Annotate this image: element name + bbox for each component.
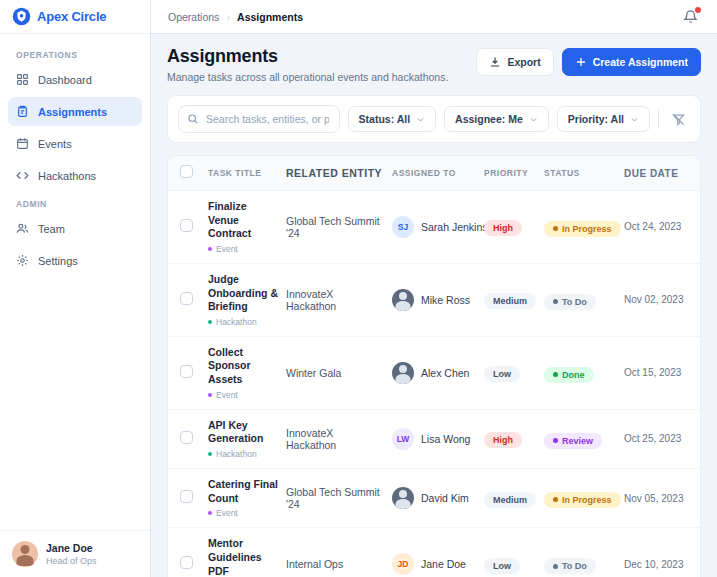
sidebar-item-dashboard[interactable]: Dashboard	[8, 65, 142, 94]
status-dot-icon	[553, 497, 558, 502]
gear-icon	[16, 254, 29, 267]
row-checkbox[interactable]	[180, 219, 193, 232]
nav-section-label: OPERATIONS	[8, 44, 142, 65]
due-date: Oct 24, 2023	[624, 221, 688, 232]
breadcrumb-separator-icon: ›	[226, 11, 230, 23]
sidebar-item-assignments[interactable]: Assignments	[8, 97, 142, 126]
table-row: Finalize Venue Contract Event Global Tec…	[168, 191, 700, 264]
status-badge: To Do	[544, 558, 596, 574]
assignee-cell: LW Lisa Wong	[392, 428, 484, 450]
calendar-icon	[16, 137, 29, 150]
breadcrumb-page: Assignments	[237, 11, 303, 23]
table-row: Judge Onboarding & Briefing Hackathon In…	[168, 264, 700, 337]
search-input[interactable]	[178, 105, 340, 133]
sidebar-item-team[interactable]: Team	[8, 214, 142, 243]
priority-badge: High	[484, 220, 522, 236]
status-label: To Do	[562, 297, 587, 307]
tag-label: Event	[216, 244, 238, 254]
content: Assignments Manage tasks across all oper…	[151, 34, 717, 577]
tag-label: Hackathon	[216, 317, 257, 327]
user-name: Jane Doe	[46, 542, 97, 554]
page-header: Assignments Manage tasks across all oper…	[167, 46, 701, 83]
related-entity: InnovateX Hackathon	[286, 427, 392, 451]
select-all-checkbox[interactable]	[180, 165, 193, 178]
user-role: Head of Ops	[46, 556, 97, 566]
column-header-status: Status	[544, 168, 624, 178]
assignee-cell: Mike Ross	[392, 289, 484, 311]
assignee-name: Mike Ross	[421, 294, 470, 306]
export-button[interactable]: Export	[476, 48, 553, 76]
filter-off-icon	[671, 112, 686, 127]
status-badge: Done	[544, 367, 594, 383]
status-filter-dropdown[interactable]: Status: All	[348, 106, 437, 132]
task-type-tag: Event	[208, 508, 278, 518]
user-profile[interactable]: Jane Doe Head of Ops	[0, 530, 150, 577]
tag-label: Event	[216, 390, 238, 400]
filter-bar: Status: All Assignee: Me Priority: All	[167, 95, 701, 143]
sidebar-item-label: Team	[38, 223, 65, 235]
due-date: Dec 10, 2023	[624, 559, 688, 570]
task-type-tag: Hackathon	[208, 449, 278, 459]
avatar: JD	[392, 553, 414, 575]
assignee-filter-label: Assignee: Me	[455, 113, 523, 125]
shield-logo-icon	[12, 7, 31, 26]
tag-label: Event	[216, 508, 238, 518]
assignee-filter-dropdown[interactable]: Assignee: Me	[444, 106, 549, 132]
sidebar-item-settings[interactable]: Settings	[8, 246, 142, 275]
nav-section-label: ADMIN	[8, 193, 142, 214]
task-title: Mentor Guidelines PDF	[208, 537, 278, 577]
topbar: Operations › Assignments	[151, 0, 717, 34]
tag-label: Hackathon	[216, 449, 257, 459]
avatar: SJ	[392, 216, 414, 238]
task-type-tag: Event	[208, 390, 278, 400]
sidebar-item-events[interactable]: Events	[8, 129, 142, 158]
row-checkbox[interactable]	[180, 292, 193, 305]
row-checkbox[interactable]	[180, 490, 193, 503]
column-header-due-date: Due Date	[624, 168, 688, 179]
assignee-name: Lisa Wong	[421, 433, 470, 445]
assignee-name: Sarah Jenkins	[421, 221, 488, 233]
notification-dot	[695, 7, 701, 13]
status-badge: In Progress	[544, 221, 621, 237]
chevron-down-icon	[529, 115, 538, 124]
sidebar-item-hackathons[interactable]: Hackathons	[8, 161, 142, 190]
row-checkbox[interactable]	[180, 556, 193, 569]
tag-dot-icon	[208, 511, 212, 515]
assignee-cell: SJ Sarah Jenkins	[392, 216, 484, 238]
tag-dot-icon	[208, 320, 212, 324]
tag-dot-icon	[208, 247, 212, 251]
notifications-button[interactable]	[681, 7, 700, 26]
avatar	[392, 289, 414, 311]
status-label: To Do	[562, 561, 587, 571]
assignee-cell: JD Jane Doe	[392, 553, 484, 575]
export-label: Export	[507, 56, 540, 68]
task-title: API Key Generation	[208, 419, 278, 446]
chevron-down-icon	[416, 115, 425, 124]
priority-badge: High	[484, 432, 522, 448]
related-entity: Winter Gala	[286, 367, 392, 379]
status-badge: To Do	[544, 294, 596, 310]
table-row: API Key Generation Hackathon InnovateX H…	[168, 410, 700, 469]
status-label: Review	[562, 436, 593, 446]
priority-filter-label: Priority: All	[568, 113, 624, 125]
task-title: Judge Onboarding & Briefing	[208, 273, 278, 314]
related-entity: InnovateX Hackathon	[286, 288, 392, 312]
due-date: Oct 25, 2023	[624, 433, 688, 444]
row-checkbox[interactable]	[180, 431, 193, 444]
status-label: Done	[562, 370, 585, 380]
page-title: Assignments	[167, 46, 448, 67]
page-subtitle: Manage tasks across all operational even…	[167, 71, 448, 83]
create-assignment-button[interactable]: Create Assignment	[562, 48, 701, 76]
status-badge: In Progress	[544, 492, 621, 508]
breadcrumb-section[interactable]: Operations	[168, 11, 219, 23]
sidebar-item-label: Hackathons	[38, 170, 96, 182]
row-checkbox[interactable]	[180, 365, 193, 378]
priority-filter-dropdown[interactable]: Priority: All	[557, 106, 650, 132]
brand: Apex Circle	[0, 0, 150, 34]
clear-filters-button[interactable]	[667, 110, 690, 129]
create-label: Create Assignment	[593, 56, 688, 68]
sidebar: Apex Circle OPERATIONS Dashboard Assignm…	[0, 0, 151, 577]
sidebar-item-label: Dashboard	[38, 74, 92, 86]
search-icon	[187, 113, 199, 125]
status-label: In Progress	[562, 224, 612, 234]
